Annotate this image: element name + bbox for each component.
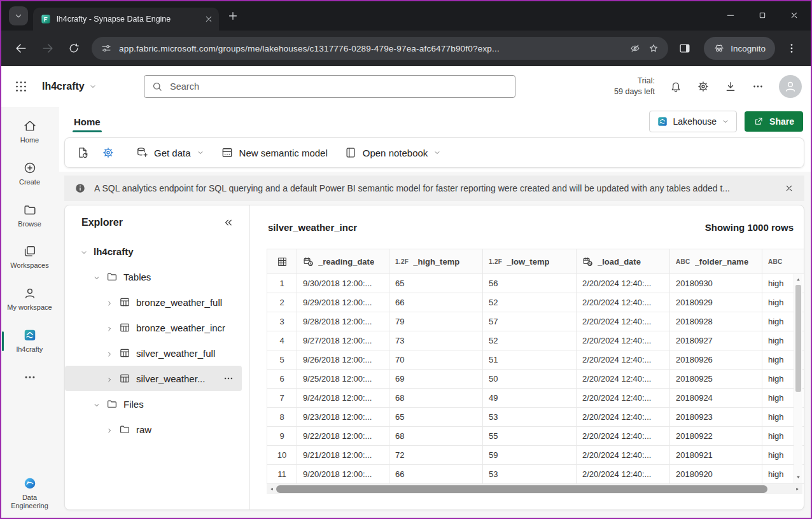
table-cell[interactable]: 9/24/2018 12:00:...: [297, 389, 389, 408]
table-row[interactable]: 99/22/2018 12:00:...68552/20/2024 12:40:…: [267, 427, 804, 446]
table-cell[interactable]: 2/20/2024 12:40:...: [577, 293, 670, 312]
item-context-menu-icon[interactable]: [223, 373, 234, 384]
table-cell[interactable]: 72: [389, 446, 483, 465]
table-cell[interactable]: 66: [389, 293, 483, 312]
table-cell[interactable]: 2/20/2024 12:40:...: [577, 408, 670, 427]
settings-button[interactable]: [697, 80, 710, 93]
table-cell[interactable]: 53: [483, 465, 577, 484]
nav-rail-item-lh4crafty[interactable]: lh4crafty: [0, 326, 59, 356]
table-cell[interactable]: 20180925: [670, 370, 762, 389]
scroll-down-icon[interactable]: [795, 474, 802, 481]
collapse-panel-icon[interactable]: [223, 217, 234, 228]
table-cell[interactable]: 9/29/2018 12:00:...: [297, 293, 389, 312]
notifications-button[interactable]: [669, 80, 682, 93]
table-row[interactable]: 39/28/2018 12:00:...79572/20/2024 12:40:…: [267, 312, 804, 331]
table-row[interactable]: 69/25/2018 12:00:...69502/20/2024 12:40:…: [267, 370, 804, 389]
nav-rail-item-create[interactable]: Create: [0, 159, 59, 189]
table-cell[interactable]: 79: [389, 312, 483, 331]
chevron-down-icon[interactable]: [93, 273, 101, 280]
tree-item-bronze-weather-full[interactable]: bronze_weather_full: [65, 289, 244, 315]
scroll-up-icon[interactable]: [795, 276, 802, 283]
table-cell[interactable]: 9/30/2018 12:00:...: [297, 274, 389, 293]
table-row[interactable]: 119/20/2018 12:00:...66532/20/2024 12:40…: [267, 465, 804, 484]
table-row[interactable]: 79/24/2018 12:00:...68492/20/2024 12:40:…: [267, 389, 804, 408]
browser-tab[interactable]: lh4crafty - Synapse Data Engine: [33, 8, 219, 31]
search-input[interactable]: [169, 81, 508, 92]
tab-close-icon[interactable]: [204, 14, 214, 24]
open-notebook-button[interactable]: Open notebook: [336, 141, 450, 164]
table-cell[interactable]: 2/20/2024 12:40:...: [577, 312, 670, 331]
table-cell[interactable]: 73: [389, 331, 483, 350]
table-row[interactable]: 89/23/2018 12:00:...65532/20/2024 12:40:…: [267, 408, 804, 427]
nav-rail-item-data-engineering[interactable]: Data Engineering: [0, 474, 59, 513]
table-cell[interactable]: 20180921: [670, 446, 762, 465]
table-cell[interactable]: 55: [483, 427, 577, 446]
table-cell[interactable]: 68: [389, 389, 483, 408]
column-header[interactable]: [267, 249, 297, 274]
table-cell[interactable]: 20180924: [670, 389, 762, 408]
nav-rail-item-browse[interactable]: Browse: [0, 201, 59, 231]
table-cell[interactable]: 2/20/2024 12:40:...: [577, 446, 670, 465]
column-header[interactable]: ABC: [762, 249, 804, 274]
column-header-reading-date[interactable]: _reading_date: [297, 249, 389, 274]
table-cell[interactable]: 69: [389, 370, 483, 389]
nav-rail-item-my-workspace[interactable]: My workspace: [0, 284, 59, 314]
share-button[interactable]: Share: [745, 111, 803, 132]
table-cell[interactable]: 52: [483, 331, 577, 350]
table-cell[interactable]: 20180930: [670, 274, 762, 293]
chevron-right-icon[interactable]: [106, 349, 113, 357]
eye-off-icon[interactable]: [629, 43, 641, 54]
reload-button[interactable]: [67, 42, 80, 55]
table-cell[interactable]: 2/20/2024 12:40:...: [577, 389, 670, 408]
table-cell[interactable]: 2/20/2024 12:40:...: [577, 427, 670, 446]
horizontal-scroll-thumb[interactable]: [276, 485, 767, 493]
scroll-left-icon[interactable]: [269, 486, 275, 492]
new-semantic-model-button[interactable]: New semantic model: [213, 141, 336, 164]
table-cell[interactable]: 9/27/2018 12:00:...: [297, 331, 389, 350]
table-cell[interactable]: 57: [483, 312, 577, 331]
table-row[interactable]: 29/29/2018 12:00:...66522/20/2024 12:40:…: [267, 293, 804, 312]
column-header-load-date[interactable]: _load_date: [577, 249, 670, 274]
tab-home[interactable]: Home: [66, 109, 109, 134]
new-tab-button[interactable]: [227, 10, 239, 22]
table-cell[interactable]: 9/28/2018 12:00:...: [297, 312, 389, 331]
tree-item-silver-weather[interactable]: silver_weather...: [65, 366, 242, 391]
table-cell[interactable]: 53: [483, 408, 577, 427]
table-cell[interactable]: 65: [389, 274, 483, 293]
table-cell[interactable]: 20180928: [670, 312, 762, 331]
vertical-scrollbar[interactable]: [794, 274, 802, 483]
global-search[interactable]: [144, 75, 515, 98]
account-avatar[interactable]: [779, 75, 802, 98]
table-cell[interactable]: 2/20/2024 12:40:...: [577, 465, 670, 484]
url-text[interactable]: app.fabric.microsoft.com/groups/me/lakeh…: [119, 44, 622, 53]
table-row[interactable]: 19/30/2018 12:00:...65562/20/2024 12:40:…: [267, 274, 804, 293]
table-cell[interactable]: 20180922: [670, 427, 762, 446]
tree-item-tables[interactable]: Tables: [65, 264, 244, 289]
tree-item-raw[interactable]: raw: [65, 417, 244, 442]
chevron-right-icon[interactable]: [106, 375, 113, 382]
side-panel-button[interactable]: [678, 42, 691, 55]
site-settings-icon[interactable]: [101, 43, 112, 54]
window-minimize-button[interactable]: [725, 10, 736, 20]
nav-rail-item-more[interactable]: [0, 368, 59, 386]
table-cell[interactable]: 68: [389, 427, 483, 446]
chevron-right-icon[interactable]: [106, 324, 113, 331]
address-bar[interactable]: app.fabric.microsoft.com/groups/me/lakeh…: [92, 37, 668, 60]
banner-close-icon[interactable]: [784, 183, 794, 193]
table-cell[interactable]: 2/20/2024 12:40:...: [577, 331, 670, 350]
vertical-scroll-thumb[interactable]: [795, 285, 801, 392]
bookmark-star-icon[interactable]: [648, 43, 659, 54]
tree-item-silver-weather-full[interactable]: silver_weather_full: [65, 340, 244, 366]
lakehouse-settings-button[interactable]: [97, 141, 120, 164]
chevron-right-icon[interactable]: [106, 298, 113, 306]
table-cell[interactable]: 59: [483, 446, 577, 465]
forward-button[interactable]: [41, 41, 55, 55]
table-cell[interactable]: 20180927: [670, 331, 762, 350]
horizontal-scrollbar[interactable]: [267, 484, 802, 494]
nav-rail-item-home[interactable]: Home: [0, 117, 59, 147]
window-maximize-button[interactable]: [757, 10, 767, 20]
chevron-right-icon[interactable]: [106, 426, 113, 433]
table-cell[interactable]: 20180929: [670, 293, 762, 312]
table-row[interactable]: 109/21/2018 12:00:...72592/20/2024 12:40…: [267, 446, 804, 465]
table-cell[interactable]: 49: [483, 389, 577, 408]
